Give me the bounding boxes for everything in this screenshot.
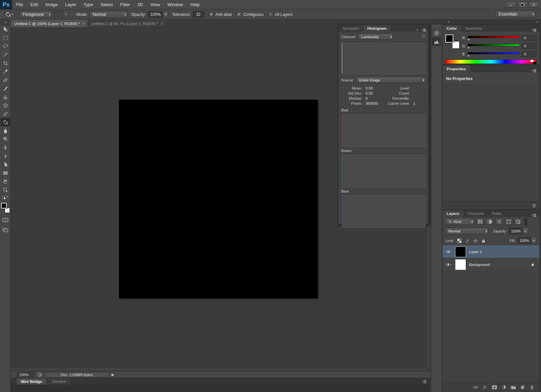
- lasso-tool[interactable]: [1, 42, 10, 50]
- type-tool[interactable]: T: [1, 152, 10, 160]
- tab-mini-bridge[interactable]: Mini Bridge: [17, 378, 46, 385]
- lock-all-button[interactable]: [480, 238, 487, 243]
- filter-smart-objects-button[interactable]: [514, 218, 522, 225]
- contiguous-option[interactable]: ✓ Contiguous: [237, 12, 264, 17]
- all-layers-option[interactable]: All Layers: [268, 12, 293, 17]
- layer-row-layer-1[interactable]: Layer 1: [443, 245, 539, 258]
- menu-view[interactable]: View: [147, 0, 164, 9]
- red-value-input[interactable]: 0: [522, 35, 537, 41]
- add-layer-mask-button[interactable]: [492, 385, 497, 389]
- visibility-toggle[interactable]: [445, 263, 452, 266]
- lock-position-button[interactable]: [472, 238, 478, 243]
- filter-type-layers-button[interactable]: T: [495, 218, 503, 225]
- blue-value-input[interactable]: 0: [522, 51, 537, 57]
- fill-source-select[interactable]: Foreground ▴▾: [20, 11, 52, 18]
- navigator-panel-button[interactable]: [432, 29, 441, 37]
- rectangle-shape-tool[interactable]: [1, 169, 10, 177]
- green-slider-track[interactable]: [468, 44, 520, 46]
- blur-tool[interactable]: [1, 126, 10, 135]
- blue-slider-track[interactable]: [468, 52, 520, 54]
- menu-file[interactable]: File: [12, 0, 27, 9]
- document-tab-untitled-2[interactable]: Untitled-2 @ 66,7% (Layer 1, RGB/8) * ×: [88, 20, 166, 27]
- workspace-select[interactable]: Essentials ▴▾: [496, 11, 536, 18]
- strip-grip[interactable]: [433, 26, 440, 27]
- panel-menu-button[interactable]: [531, 69, 537, 72]
- new-layer-button[interactable]: [521, 385, 525, 389]
- minimize-button[interactable]: [506, 2, 516, 8]
- filter-shape-layers-button[interactable]: [505, 218, 512, 225]
- crop-tool[interactable]: [1, 59, 10, 67]
- source-select[interactable]: Entire Image ▴▾: [356, 77, 426, 83]
- panel-menu-button[interactable]: [421, 380, 427, 383]
- pattern-picker[interactable]: ▾: [54, 11, 69, 18]
- panel-menu-button[interactable]: [531, 28, 537, 32]
- restore-button[interactable]: [517, 2, 527, 8]
- menu-3d[interactable]: 3D: [134, 0, 147, 9]
- fill-combo[interactable]: 100% ▾: [517, 237, 537, 244]
- status-sync-icon[interactable]: [37, 372, 42, 377]
- layer-name[interactable]: Layer 1: [469, 250, 482, 254]
- anti-alias-option[interactable]: ✓ Anti-alias: [209, 12, 232, 17]
- tab-paths[interactable]: Paths: [488, 210, 506, 217]
- tab-color[interactable]: Color: [443, 25, 461, 32]
- mode-select[interactable]: Normal ▴▾: [90, 11, 127, 18]
- brush-tool[interactable]: [1, 84, 10, 93]
- panel-menu-button[interactable]: [421, 28, 426, 32]
- green-value-input[interactable]: 0: [522, 43, 537, 49]
- menu-select[interactable]: Select: [97, 0, 116, 9]
- tools-collapse-button[interactable]: »: [0, 20, 10, 25]
- foreground-background-swatches[interactable]: [1, 203, 10, 213]
- panel-collapse-button[interactable]: »: [416, 28, 418, 32]
- history-brush-tool[interactable]: [1, 101, 10, 109]
- tab-histogram[interactable]: Histogram: [363, 25, 391, 32]
- lock-transparency-button[interactable]: [456, 238, 462, 243]
- opacity-combo[interactable]: 100% ▾: [148, 11, 168, 18]
- lock-pixels-button[interactable]: [464, 238, 470, 243]
- path-selection-tool[interactable]: [1, 160, 10, 169]
- layer-thumbnail[interactable]: [455, 259, 466, 270]
- dodge-tool[interactable]: [1, 135, 10, 143]
- document-tab-untitled-1[interactable]: Untitled-1 @ 100% (Layer 1, RGB/8) * ×: [11, 20, 88, 27]
- layer-name[interactable]: Background: [469, 263, 490, 267]
- menu-filter[interactable]: Filter: [116, 0, 134, 9]
- color-panel-swatches[interactable]: [445, 34, 460, 49]
- layer-style-button[interactable]: fx.: [483, 385, 487, 390]
- panel-menu-button[interactable]: [531, 214, 537, 217]
- green-slider-thumb[interactable]: [467, 46, 470, 48]
- tool-preset-picker[interactable]: ▾: [4, 11, 15, 18]
- tab-layers[interactable]: Layers: [443, 210, 463, 217]
- layer-row-background[interactable]: Background: [443, 258, 539, 271]
- tab-channels[interactable]: Channels: [463, 210, 488, 217]
- move-tool[interactable]: [1, 25, 10, 33]
- clone-stamp-tool[interactable]: [1, 93, 10, 101]
- screen-mode-button[interactable]: [1, 225, 10, 234]
- layers-opacity-combo[interactable]: 100% ▾: [509, 228, 528, 235]
- horizontal-scrollbar[interactable]: [11, 368, 426, 371]
- hand-tool[interactable]: [1, 177, 10, 186]
- blue-slider-thumb[interactable]: [467, 54, 470, 56]
- menu-image[interactable]: Image: [42, 0, 61, 9]
- pen-tool[interactable]: [1, 143, 10, 152]
- foreground-color-swatch[interactable]: [1, 203, 7, 209]
- new-adjustment-layer-button[interactable]: [502, 385, 506, 389]
- menu-help[interactable]: Help: [187, 0, 203, 9]
- filter-pixel-layers-button[interactable]: [476, 218, 484, 225]
- tab-properties[interactable]: Properties: [443, 66, 470, 72]
- color-spectrum-ramp[interactable]: [445, 59, 537, 64]
- status-flyout-arrow-icon[interactable]: ▶: [112, 373, 114, 376]
- magic-wand-tool[interactable]: [1, 50, 10, 59]
- canvas[interactable]: [119, 100, 318, 298]
- tab-navigator[interactable]: Navigator: [338, 25, 363, 32]
- background-color-swatch[interactable]: [5, 208, 10, 213]
- zoom-tool[interactable]: [1, 186, 10, 194]
- collapse-dock-button[interactable]: »: [536, 20, 538, 24]
- menu-window[interactable]: Window: [164, 0, 187, 9]
- layer-filtering-toggle[interactable]: [524, 218, 527, 225]
- tab-timeline[interactable]: Timeline: [48, 378, 70, 385]
- close-button[interactable]: [529, 2, 539, 8]
- quick-mask-button[interactable]: [1, 216, 10, 224]
- zoom-level-input[interactable]: 100%: [17, 372, 34, 377]
- delete-layer-button[interactable]: [530, 385, 534, 390]
- tab-swatches[interactable]: Swatches: [461, 25, 486, 32]
- layer-filter-type-select[interactable]: Kind ▴▾: [445, 218, 474, 225]
